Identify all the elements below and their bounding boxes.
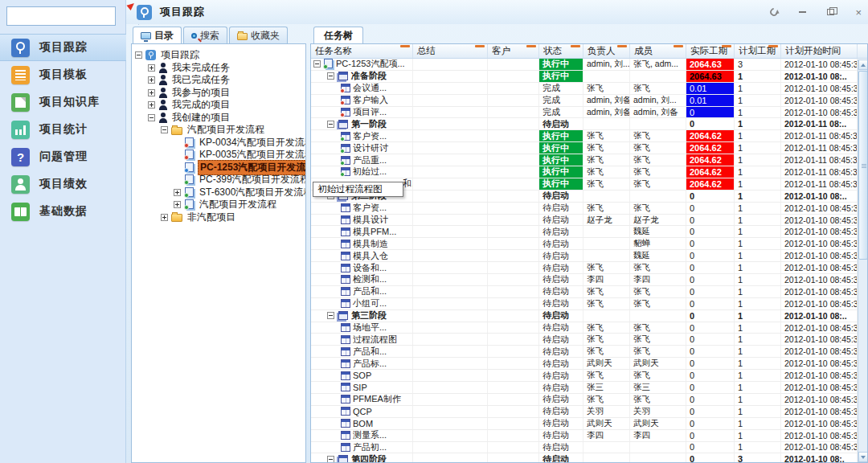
table-row[interactable]: PC-1253汽配项...执行中admin, 刘...张飞, adm...206… bbox=[311, 59, 867, 71]
table-row[interactable]: 小组可...待启动张飞张飞012012-01-10 08:45:3 bbox=[311, 298, 867, 310]
table-row[interactable]: 会议通...完成张飞张飞0.0112012-01-10 08:45:3 bbox=[311, 83, 867, 95]
tab-task-tree[interactable]: 任务树 bbox=[313, 27, 363, 43]
tree-node[interactable]: 项目跟踪 bbox=[132, 49, 305, 62]
filter-mark-icon[interactable] bbox=[617, 45, 627, 47]
expand-minus-icon[interactable] bbox=[148, 114, 155, 121]
status-cell: 待启动 bbox=[539, 346, 583, 357]
table-row[interactable]: 模具PFM...待启动魏延012012-01-10 08:45:3 bbox=[311, 226, 867, 238]
sidebar-item-project-stats[interactable]: 项目统计 bbox=[0, 116, 126, 143]
expand-minus-icon[interactable] bbox=[327, 121, 334, 128]
tree-node[interactable]: ST-6300汽配项目开发流程 bbox=[132, 186, 305, 199]
table-row[interactable]: 设计研讨执行中张飞张飞2064.6212012-01-11 08:45:3 bbox=[311, 142, 867, 154]
filter-mark-icon[interactable] bbox=[768, 45, 778, 47]
table-row[interactable]: 测量系...待启动李四李四012012-01-10 08:45:3 bbox=[311, 430, 867, 442]
filter-mark-icon[interactable] bbox=[722, 45, 731, 47]
column-header-2[interactable]: 总结 bbox=[413, 44, 488, 58]
tree-node[interactable]: PC-399汽配项目开发流程 bbox=[132, 174, 305, 186]
minimize-icon[interactable] bbox=[799, 11, 806, 13]
table-row[interactable]: 第四阶段待启动032012-01-10 08:. bbox=[311, 453, 867, 463]
table-row[interactable]: 产品初...待启动012012-01-10 08:45:3 bbox=[311, 442, 867, 454]
table-row[interactable]: 检测和...待启动李四李四012012-01-10 08:45:3 bbox=[311, 274, 867, 286]
expand-plus-icon[interactable] bbox=[161, 214, 168, 221]
tab-search[interactable]: 搜索 bbox=[183, 27, 227, 43]
column-header-7[interactable]: 实际工期 bbox=[686, 44, 735, 58]
table-row[interactable]: 第三阶段待启动012012-01-10 08:.. bbox=[311, 310, 867, 322]
filter-mark-icon[interactable] bbox=[571, 45, 580, 47]
table-row[interactable]: 模具入仓待启动魏延012012-01-10 08:45:3 bbox=[311, 250, 867, 262]
sidebar-item-project-template[interactable]: 项目模板 bbox=[0, 61, 126, 88]
table-row[interactable]: 模具设计待启动赵子龙赵子龙012012-01-10 08:45:3 bbox=[311, 215, 867, 227]
task-icon bbox=[341, 359, 350, 368]
table-row[interactable]: 项目评...完成admin, 刘备admin, 刘备012012-01-10 0… bbox=[311, 107, 867, 119]
table-row[interactable]: 客户输入完成admin, 刘备admin, 刘...0.0112012-01-1… bbox=[311, 95, 867, 107]
tree-node[interactable]: 我完成的项目 bbox=[132, 99, 305, 112]
table-row[interactable]: BOM待启动武则天武则天012012-01-10 08:45:3 bbox=[311, 418, 867, 430]
column-header-5[interactable]: 负责人 bbox=[583, 44, 630, 58]
scroll-down-arrow[interactable] bbox=[858, 452, 868, 462]
expand-minus-icon[interactable] bbox=[327, 72, 334, 80]
close-icon[interactable]: × bbox=[855, 7, 862, 18]
tree-node[interactable]: 非汽配项目 bbox=[132, 211, 305, 224]
table-row[interactable]: 过程流程图待启动张飞张飞012012-01-10 08:45:3 bbox=[311, 334, 867, 346]
sidebar-item-project-knowledge[interactable]: 项目知识库 bbox=[0, 88, 126, 116]
column-header-6[interactable]: 成员 bbox=[630, 44, 686, 58]
column-header-1[interactable]: 任务名称 bbox=[311, 44, 413, 58]
column-header-9[interactable]: 计划开始时间 bbox=[781, 44, 858, 58]
table-row[interactable]: 第一阶段待启动012012-01-11 08:.. bbox=[311, 118, 867, 130]
expand-plus-icon[interactable] bbox=[174, 189, 181, 196]
filter-mark-icon[interactable] bbox=[400, 45, 410, 47]
tree-node[interactable]: 我未完成任务 bbox=[132, 62, 305, 75]
tree-node[interactable]: 我创建的项目 bbox=[132, 112, 305, 125]
table-row[interactable]: 产品和...待启动张飞张飞012012-01-10 08:45:3 bbox=[311, 286, 867, 298]
refresh-icon[interactable] bbox=[768, 6, 780, 18]
sidebar-item-issue-management[interactable]: 问题管理 bbox=[0, 143, 126, 170]
table-row[interactable]: 设备和...待启动张飞张飞012012-01-10 08:45:3 bbox=[311, 262, 867, 274]
column-header-8[interactable]: 计划工期 bbox=[735, 44, 781, 58]
sidebar-item-project-performance[interactable]: 项目绩效 bbox=[0, 170, 126, 198]
expand-plus-icon[interactable] bbox=[148, 89, 155, 96]
expand-plus-icon[interactable] bbox=[148, 64, 155, 72]
expand-plus-icon[interactable] bbox=[148, 76, 155, 84]
filter-mark-icon[interactable] bbox=[475, 45, 485, 47]
expand-minus-icon[interactable] bbox=[161, 126, 168, 133]
tree-node[interactable]: 我参与的项目 bbox=[132, 87, 305, 100]
table-row[interactable]: 准备阶段执行中2064.6312012-01-10 08:.. bbox=[311, 71, 867, 83]
tree-node[interactable]: 我已完成任务 bbox=[132, 74, 305, 87]
table-row[interactable]: 产品标...待启动武则天武则天012012-01-10 08:45:3 bbox=[311, 358, 867, 370]
filter-mark-icon[interactable] bbox=[526, 45, 536, 47]
members-cell: 张飞 bbox=[630, 203, 686, 214]
restore-icon[interactable] bbox=[827, 9, 834, 15]
expand-plus-icon[interactable] bbox=[148, 101, 155, 109]
tree-node[interactable]: 汽配项目开发流程 bbox=[132, 124, 305, 137]
column-header-3[interactable]: 客户 bbox=[488, 44, 539, 58]
table-row[interactable]: 产品重...执行中张飞张飞2064.6212012-01-11 08:45:3 bbox=[311, 154, 867, 166]
table-row[interactable]: PFMEA制作待启动张飞张飞012012-01-10 08:45:3 bbox=[311, 394, 867, 406]
table-row[interactable]: 初始过...执行中张飞张飞2064.6212012-01-11 08:45:3 bbox=[311, 166, 867, 178]
table-row[interactable]: 客户资...执行中张飞张飞2064.6212012-01-11 08:45:3 bbox=[311, 130, 867, 142]
table-row[interactable]: 场地平...待启动张飞张飞012012-01-10 08:45:3 bbox=[311, 322, 867, 334]
expand-minus-icon[interactable] bbox=[327, 456, 334, 463]
expand-minus-icon[interactable] bbox=[313, 60, 321, 68]
table-row[interactable]: QCP待启动关羽关羽012012-01-10 08:45:3 bbox=[311, 406, 867, 418]
table-row[interactable]: 模具制造待启动貂蝉012012-01-10 08:45:3 bbox=[311, 238, 867, 250]
tree-node[interactable]: KP-0034汽配项目开发流程 bbox=[132, 137, 305, 150]
tab-directory[interactable]: 目录 bbox=[133, 27, 182, 43]
sidebar-item-base-data[interactable]: 基础数据 bbox=[0, 198, 126, 225]
scroll-up-arrow[interactable] bbox=[858, 59, 868, 70]
expand-plus-icon[interactable] bbox=[174, 201, 181, 208]
table-row[interactable]: SIP待启动张三张三012012-01-10 08:45:3 bbox=[311, 382, 867, 394]
table-row[interactable]: SOP待启动张飞张飞012012-01-10 08:45:3 bbox=[311, 370, 867, 382]
table-row[interactable]: 客户资...待启动张飞张飞012012-01-10 08:45:3 bbox=[311, 203, 867, 215]
tree-node[interactable]: 汽配项目开发流程 bbox=[132, 199, 305, 211]
filter-mark-icon[interactable] bbox=[674, 45, 683, 47]
search-input[interactable] bbox=[7, 7, 138, 25]
column-header-4[interactable]: 状态 bbox=[539, 44, 583, 58]
vertical-scrollbar[interactable] bbox=[858, 59, 867, 462]
tree-node[interactable]: PC-1253汽配项目开发流程 bbox=[132, 162, 305, 174]
sidebar-item-project-tracking[interactable]: 项目跟踪 bbox=[0, 34, 126, 61]
scroll-thumb[interactable] bbox=[858, 71, 868, 260]
expand-minus-icon[interactable] bbox=[327, 312, 334, 319]
expand-minus-icon[interactable] bbox=[135, 51, 142, 59]
tab-favorites[interactable]: 收藏夹 bbox=[229, 27, 288, 43]
table-row[interactable]: 产品和...待启动张飞张飞012012-01-10 08:45:3 bbox=[311, 346, 867, 358]
